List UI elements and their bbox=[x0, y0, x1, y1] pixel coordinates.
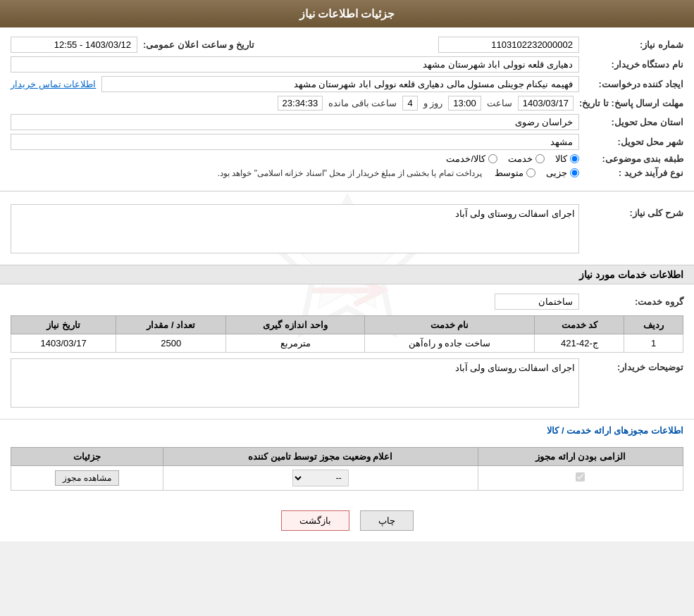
name-dastgah-label: نام دستگاه خريدار: bbox=[585, 59, 683, 70]
permit-section-title: اطلاعات مجوزهای ارائه خدمت / کالا bbox=[0, 419, 694, 438]
shahr-label: شهر محل تحويل: bbox=[585, 137, 683, 147]
nooe-farayand-label: نوع فرآيند خريد : bbox=[585, 168, 683, 178]
table-row: 1 ج-42-421 ساخت جاده و راه‌آهن مترمربع 2… bbox=[11, 334, 683, 353]
cell-tarikh: 1403/03/17 bbox=[11, 334, 116, 353]
col-radif: رديف bbox=[624, 316, 683, 334]
sharh-koli-textarea[interactable]: اجرای اسفالت روستای ولی آباد bbox=[11, 204, 579, 253]
cell-vahed: مترمربع bbox=[226, 334, 365, 353]
show-permit-button[interactable]: مشاهده مجوز bbox=[55, 470, 118, 486]
permit-col-details: جزئيات bbox=[11, 448, 163, 466]
farayand-jozi-label: جزیی bbox=[546, 168, 567, 178]
col-kod: کد خدمت bbox=[535, 316, 624, 334]
tabaqe-kala-khedmat-label: کالا/خدمت bbox=[446, 153, 485, 164]
nooe-farayand-radio-group: جزیی متوسط bbox=[495, 168, 579, 178]
ejad-konande-value: فهيمه نيكنام جوينلی مسئول مالی دهياری قل… bbox=[101, 76, 579, 92]
tarikh-value: 1403/03/17 bbox=[518, 96, 574, 111]
gorooh-khedmat-value: ساختمان bbox=[495, 294, 579, 310]
name-dastgah-value: دهياری قلعه نوولی اباد شهرستان مشهد bbox=[11, 56, 579, 73]
permit-elzami-checkbox bbox=[576, 472, 585, 482]
print-button[interactable]: چاپ bbox=[360, 510, 414, 531]
back-button[interactable]: بازگشت bbox=[281, 510, 349, 531]
buyer-desc-textarea[interactable]: اجرای اسفالت روستای ولی آباد bbox=[11, 358, 579, 408]
tabaqe-khedmat-item[interactable]: خدمت bbox=[508, 153, 545, 164]
tarikh-eelaan-label: تاريخ و ساعت اعلان عمومی: bbox=[143, 39, 254, 50]
khadamat-section-title: اطلاعات خدمات مورد نياز bbox=[0, 265, 694, 284]
roz-label: روز و bbox=[423, 98, 443, 108]
shomara-niaz-label: شماره نياز: bbox=[585, 39, 683, 50]
permit-eelam-cell: -- bbox=[163, 466, 478, 491]
col-tedad: تعداد / مقدار bbox=[116, 316, 226, 334]
sharh-koli-label: شرح کلی نياز: bbox=[585, 204, 683, 218]
roz-value: 4 bbox=[402, 96, 417, 111]
tabaqe-kala-radio[interactable] bbox=[570, 154, 579, 163]
shomara-niaz-value: 1103102232000002 bbox=[438, 37, 579, 53]
tabaqe-kala-khedmat-radio[interactable] bbox=[488, 154, 497, 163]
tabaqe-kala-khedmat-item[interactable]: کالا/خدمت bbox=[446, 153, 497, 164]
farayand-jozi-radio[interactable] bbox=[570, 168, 579, 177]
saat-value: 13:00 bbox=[448, 96, 481, 111]
permit-col-eelam: اعلام وضعيت مجوز توسط تامين کننده bbox=[163, 448, 478, 466]
col-nam: نام خدمت bbox=[364, 316, 534, 334]
button-row: چاپ بازگشت bbox=[0, 500, 694, 541]
permit-table: الزامی بودن ارائه مجوز اعلام وضعيت مجوز … bbox=[11, 447, 683, 491]
ostan-label: استان محل تحويل: bbox=[585, 117, 683, 127]
tabaqe-radio-group: کالا خدمت کالا/خدمت bbox=[446, 153, 579, 164]
farayand-motavaset-label: متوسط bbox=[495, 168, 523, 178]
gorooh-khedmat-label: گروه خدمت: bbox=[585, 296, 683, 307]
farayand-motavaset-item[interactable]: متوسط bbox=[495, 168, 535, 178]
cell-nam: ساخت جاده و راه‌آهن bbox=[364, 334, 534, 353]
etela-tamas-link[interactable]: اطلاعات تماس خريدار bbox=[11, 79, 96, 89]
saat-label: ساعت bbox=[487, 98, 512, 108]
shahr-value: مشهد bbox=[11, 134, 579, 150]
permit-status-select[interactable]: -- bbox=[292, 470, 349, 486]
khadamat-table: رديف کد خدمت نام خدمت واحد اندازه گيری ت… bbox=[11, 315, 683, 353]
farayand-motavaset-radio[interactable] bbox=[526, 168, 535, 177]
ejad-konande-label: ايجاد كننده درخواست: bbox=[585, 79, 683, 89]
page-title: جزئيات اطلاعات نياز bbox=[299, 8, 395, 20]
cell-radif: 1 bbox=[624, 334, 683, 353]
tabaqe-kala-item[interactable]: کالا bbox=[555, 153, 579, 164]
permit-row: -- مشاهده مجوز bbox=[11, 466, 683, 491]
col-tarikh: تاريخ نياز bbox=[11, 316, 116, 334]
tabaqe-khedmat-label: خدمت bbox=[508, 153, 533, 164]
tabaqe-label: طبقه بندی موضوعی: bbox=[585, 153, 683, 164]
nooe-farayand-desc: پرداخت تمام يا بخشی از مبلغ خريدار از مح… bbox=[218, 168, 482, 178]
cell-tedad: 2500 bbox=[116, 334, 226, 353]
permit-elzami-cell bbox=[478, 466, 683, 491]
tabaqe-khedmat-radio[interactable] bbox=[535, 154, 545, 163]
permit-details-cell: مشاهده مجوز bbox=[11, 466, 163, 491]
tarikh-eelaan-value: 1403/03/12 - 12:55 bbox=[11, 37, 137, 53]
saat-baghi-label: ساعت باقی مانده bbox=[328, 98, 397, 108]
permit-col-elzami: الزامی بودن ارائه مجوز bbox=[478, 448, 683, 466]
saat-baghi-value: 23:34:33 bbox=[278, 96, 323, 111]
page-header: جزئيات اطلاعات نياز bbox=[0, 0, 694, 27]
ostan-value: خراسان رضوی bbox=[11, 114, 579, 130]
buyer-desc-label: توضيحات خريدار: bbox=[585, 358, 683, 372]
farayand-jozi-item[interactable]: جزیی bbox=[546, 168, 579, 178]
col-vahed: واحد اندازه گيری bbox=[226, 316, 365, 334]
tabaqe-kala-label: کالا bbox=[555, 153, 567, 164]
cell-kod: ج-42-421 bbox=[535, 334, 624, 353]
mohlat-ersal-label: مهلت ارسال پاسخ: تا تاريخ: bbox=[579, 98, 683, 108]
